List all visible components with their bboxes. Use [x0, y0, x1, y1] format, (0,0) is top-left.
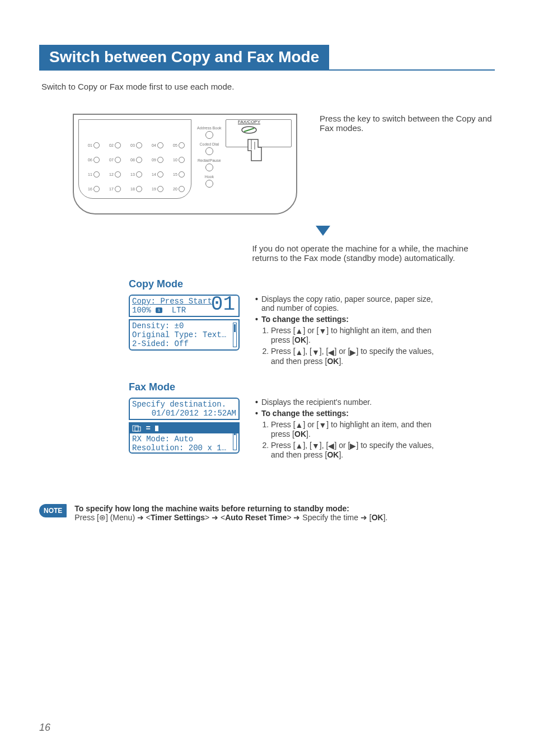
- onetouch-button: 04: [152, 139, 167, 151]
- svg-line-1: [244, 128, 254, 132]
- copy-desc1: Displays the copy ratio, paper source, p…: [261, 295, 446, 312]
- faxcopy-button-icon: [241, 125, 257, 134]
- fax-doc-icon: [132, 425, 141, 432]
- fax-step1: Press [▲] or [▼] to highlight an item, a…: [271, 420, 446, 438]
- onetouch-button: 18: [130, 183, 146, 195]
- copy-step1: Press [▲] or [▼] to highlight an item, a…: [271, 326, 446, 344]
- onetouch-button: 02: [109, 139, 125, 151]
- onetouch-button: 13: [130, 168, 146, 180]
- svg-marker-4: [316, 226, 330, 236]
- onetouch-button: 08: [130, 153, 146, 166]
- faxcopy-label: FAX/COPY: [238, 119, 260, 124]
- panel-side-button: Coded Dial: [197, 142, 222, 155]
- note-text: To specify how long the machine waits be…: [74, 504, 387, 522]
- down-arrow-icon: [151, 226, 495, 239]
- copy-mode-heading: Copy Mode: [129, 278, 495, 290]
- panel-description: Press the key to switch between the Copy…: [320, 114, 495, 133]
- onetouch-button: 06: [88, 153, 104, 166]
- fax-mode-heading: Fax Mode: [129, 381, 495, 393]
- onetouch-button: 14: [152, 168, 167, 180]
- control-panel-illustration: 0102030405060708091011121314151617181920…: [73, 114, 297, 214]
- fax-lcd: Specify destination. 01/01/2012 12:52AM …: [129, 398, 240, 454]
- note-badge: NOTE: [39, 504, 67, 517]
- panel-side-button: Address Book: [197, 126, 222, 139]
- panel-side-button: Hook: [197, 175, 222, 188]
- onetouch-button: 11: [88, 168, 104, 180]
- onetouch-button: 12: [109, 168, 125, 180]
- svg-rect-6: [135, 427, 140, 431]
- copy-change-title: To change the settings:: [261, 315, 349, 324]
- fax-step2: Press [▲], [▼], [◀] or [▶] to specify th…: [271, 441, 446, 459]
- onetouch-button: 19: [152, 183, 167, 195]
- onetouch-button: 17: [109, 183, 125, 195]
- copy-lcd: Copy: Press Start 100% 1 LTR 01 Density:…: [129, 295, 240, 351]
- fax-desc1: Displays the recipient's number.: [261, 398, 372, 407]
- onetouch-button: 05: [173, 139, 189, 151]
- onetouch-button: 09: [152, 153, 167, 166]
- onetouch-button: 07: [109, 153, 125, 166]
- onetouch-button: 16: [88, 183, 104, 195]
- onetouch-button: 01: [88, 139, 104, 151]
- onetouch-button: 10: [173, 153, 189, 166]
- onetouch-button: 03: [130, 139, 146, 151]
- onetouch-button: 15: [173, 168, 189, 180]
- menu-icon: ⊛: [99, 513, 106, 522]
- panel-side-button: Redial/Pause: [197, 158, 222, 171]
- hand-pointer-icon: [242, 134, 276, 170]
- auto-return-text: If you do not operate the machine for a …: [252, 244, 495, 263]
- page-number: 16: [39, 722, 50, 734]
- copy-step2: Press [▲], [▼], [◀] or [▶] to specify th…: [271, 347, 446, 365]
- lead-text: Switch to Copy or Fax mode first to use …: [41, 82, 495, 91]
- onetouch-button: 20: [173, 183, 189, 195]
- fax-change-title: To change the settings:: [261, 409, 349, 418]
- page-title: Switch between Copy and Fax Mode: [39, 45, 329, 69]
